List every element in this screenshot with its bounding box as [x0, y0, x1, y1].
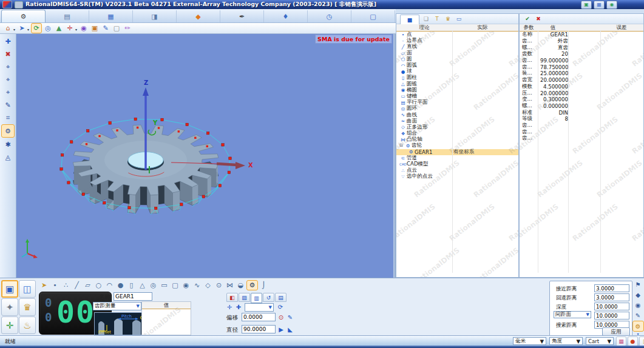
- points-icon[interactable]: ∴: [61, 281, 71, 290]
- alarm-status-icon[interactable]: ●: [628, 336, 638, 346]
- window-tab-icon[interactable]: ▥: [251, 293, 262, 303]
- probe-edge-icon[interactable]: ✎: [2, 99, 14, 111]
- text-view-icon[interactable]: T: [433, 15, 441, 23]
- apply-button[interactable]: 应用: [602, 327, 630, 336]
- actual-column-header[interactable]: 实际: [452, 24, 513, 31]
- pin-icon[interactable]: ✚: [2, 35, 14, 47]
- probe-tip-icon[interactable]: ✚: [234, 303, 243, 311]
- hand-probe-icon[interactable]: ✎: [633, 310, 643, 320]
- probe-head-icon[interactable]: ◆: [633, 290, 643, 299]
- remote-desktop-icon[interactable]: ▣: [581, 1, 592, 9]
- chevron-down-icon[interactable]: ▾: [75, 27, 77, 32]
- tab-shield[interactable]: ♦: [264, 10, 308, 22]
- rotate-tab-icon[interactable]: ↺: [263, 293, 274, 302]
- cam-icon[interactable]: ◒: [236, 281, 246, 290]
- probe-point-icon[interactable]: ⌖: [2, 61, 14, 73]
- crown-icon[interactable]: ♛: [444, 15, 452, 23]
- grid-status-icon[interactable]: ▦: [616, 336, 626, 346]
- probe-select[interactable]: ▼: [245, 303, 274, 312]
- tab-colors[interactable]: ◆: [177, 10, 220, 22]
- search-icon[interactable]: ◉: [633, 300, 643, 310]
- offset-input[interactable]: [242, 313, 276, 321]
- coordinate-select[interactable]: Cart▼: [586, 337, 614, 345]
- diameter-input[interactable]: [242, 325, 276, 333]
- approach-distance-input[interactable]: [594, 284, 629, 292]
- probe-multi-icon[interactable]: ✱: [2, 138, 14, 150]
- probe-grid-icon[interactable]: ⌗: [2, 112, 14, 124]
- rotate-view-icon[interactable]: ⟳: [31, 23, 42, 33]
- tab-measure[interactable]: ⚙: [1, 10, 46, 22]
- tab-display[interactable]: ▢: [351, 10, 395, 22]
- tab-grid[interactable]: ▦: [89, 10, 133, 22]
- depth-input[interactable]: [594, 303, 629, 310]
- circle-icon[interactable]: ○: [93, 281, 104, 290]
- plane-icon[interactable]: ▱: [83, 281, 93, 290]
- chevron-down-icon[interactable]: ▾: [13, 27, 15, 32]
- measure-mode-select[interactable]: 齿距测量▼: [93, 302, 141, 310]
- select-shape-icon[interactable]: ➤: [39, 281, 49, 290]
- probe-disable-icon[interactable]: ✖: [2, 48, 14, 60]
- combine-icon[interactable]: ⊙: [214, 281, 224, 290]
- theory-column-header[interactable]: 理论: [396, 24, 452, 31]
- collapse-icon[interactable]: ⊟: [399, 143, 404, 148]
- direction-icon[interactable]: ▶: [277, 326, 285, 333]
- solid-view-icon[interactable]: ❏: [422, 15, 430, 23]
- round-slot-icon[interactable]: ▢: [170, 281, 180, 290]
- tree-item-plane[interactable]: ▱面: [396, 50, 518, 56]
- monitor-icon[interactable]: ▭: [455, 15, 463, 23]
- tab-save[interactable]: ◨: [133, 10, 177, 22]
- user-session-icon[interactable]: ◉: [606, 1, 617, 9]
- probe-mode-button[interactable]: ✦: [1, 298, 18, 316]
- eye-icon[interactable]: ◉: [79, 24, 89, 33]
- close-panel-icon[interactable]: ✖: [534, 15, 543, 23]
- iso-view-icon[interactable]: ▲: [54, 24, 64, 33]
- machine-mode-button[interactable]: ▣: [1, 280, 18, 298]
- chevron-down-icon[interactable]: ▾: [27, 27, 29, 32]
- ellipse-icon[interactable]: ◎: [148, 281, 158, 290]
- arc-icon[interactable]: ◠: [104, 281, 115, 290]
- point-icon[interactable]: •: [50, 281, 60, 290]
- tree-item-selected-point-cloud[interactable]: ∵选中的点云: [396, 173, 518, 179]
- tab-clock[interactable]: ◷: [308, 10, 351, 22]
- vector-flip-icon[interactable]: ◣: [286, 326, 294, 333]
- probe-scan-icon[interactable]: ⚙: [1, 124, 15, 138]
- angle-select[interactable]: 角度▼: [549, 337, 583, 345]
- retract-distance-input[interactable]: [594, 293, 629, 301]
- calibration-button[interactable]: ♨: [19, 316, 36, 334]
- feature-name-input[interactable]: [114, 292, 152, 301]
- annotate-icon[interactable]: ✎: [101, 24, 110, 33]
- tree-item-arc[interactable]: ◠圆弧: [396, 62, 518, 69]
- home-icon[interactable]: ⌂: [3, 24, 13, 33]
- features-tab-icon[interactable]: ■: [400, 15, 419, 24]
- probe-angle-icon[interactable]: ✛: [225, 303, 234, 311]
- image-icon[interactable]: ▣: [90, 24, 100, 33]
- delete-icon[interactable]: ▢: [112, 24, 121, 33]
- zoom-window-icon[interactable]: ◎: [43, 24, 53, 33]
- line-icon[interactable]: ╱: [72, 281, 82, 290]
- tree-item-line[interactable]: ╱直线: [396, 44, 518, 50]
- slot-icon[interactable]: ▭: [159, 281, 169, 290]
- settings-gear-icon[interactable]: ⚙: [632, 321, 644, 332]
- viewport-3d[interactable]: ZXY SMA is due for update: [16, 34, 393, 278]
- paint-icon[interactable]: ✏: [123, 24, 132, 33]
- torus-icon[interactable]: ◉: [181, 281, 191, 290]
- clearance-plane-select[interactable]: 间距面▼: [554, 311, 591, 318]
- gear-icon[interactable]: ⚙: [246, 280, 258, 290]
- build-path-icon[interactable]: ⚑: [633, 279, 643, 289]
- layout-panels-icon[interactable]: ▦: [594, 1, 605, 9]
- axes-icon[interactable]: ✛: [65, 24, 75, 33]
- units-select[interactable]: 毫米▼: [513, 337, 546, 345]
- probe-vector-icon[interactable]: ⌖: [2, 73, 14, 85]
- probe-touch-icon[interactable]: ◬: [2, 151, 14, 163]
- tool-crib-button[interactable]: ♛: [19, 298, 36, 316]
- pipe-icon[interactable]: ⌡: [259, 281, 269, 290]
- graph-tab-icon[interactable]: ▨: [239, 293, 250, 302]
- curve-icon[interactable]: ∿: [192, 281, 202, 290]
- tab-ink[interactable]: ✒: [220, 10, 264, 22]
- polygon-icon[interactable]: ◇: [203, 281, 213, 290]
- clearance-distance-input[interactable]: [594, 312, 629, 320]
- touch-point-icon[interactable]: ⊙: [277, 313, 285, 321]
- sphere-icon[interactable]: ●: [115, 281, 126, 290]
- cone-icon[interactable]: △: [137, 281, 147, 290]
- tag-status-icon[interactable]: ▯: [639, 336, 644, 346]
